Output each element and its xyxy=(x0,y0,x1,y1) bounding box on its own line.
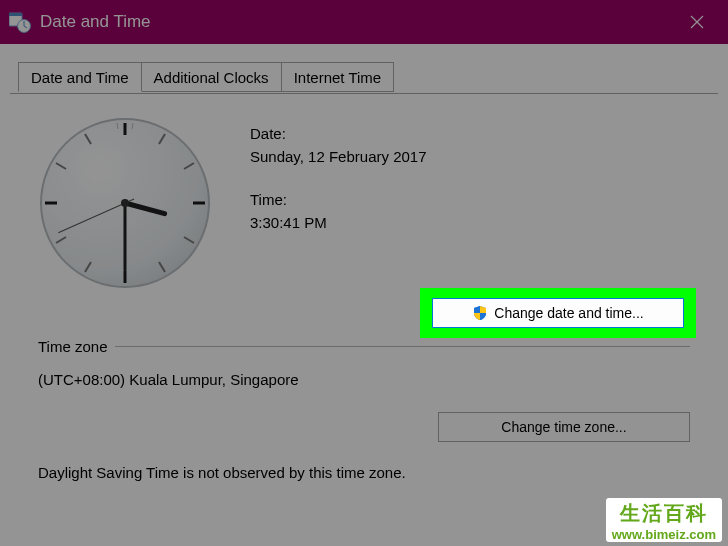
svg-point-21 xyxy=(121,199,129,207)
change-date-time-button[interactable]: Change date and time... xyxy=(432,298,684,328)
dst-note: Daylight Saving Time is not observed by … xyxy=(38,464,690,481)
window-title: Date and Time xyxy=(40,12,151,32)
watermark-domain: www.bimeiz.com xyxy=(612,527,716,542)
change-date-time-label: Change date and time... xyxy=(494,305,643,321)
watermark-text: 生活百科 xyxy=(620,500,708,527)
time-value: 3:30:41 PM xyxy=(250,213,427,233)
group-divider xyxy=(115,346,690,347)
titlebar: Date and Time xyxy=(0,0,728,44)
svg-rect-1 xyxy=(9,13,22,16)
change-time-zone-button[interactable]: Change time zone... xyxy=(438,412,690,442)
uac-shield-icon xyxy=(472,305,488,321)
time-zone-group-label: Time zone xyxy=(38,338,107,355)
time-zone-value: (UTC+08:00) Kuala Lumpur, Singapore xyxy=(38,371,690,388)
watermark: 生活百科 www.bimeiz.com xyxy=(606,498,722,542)
tab-internet-time[interactable]: Internet Time xyxy=(282,62,395,92)
date-time-icon xyxy=(8,10,32,34)
date-value: Sunday, 12 February 2017 xyxy=(250,147,427,167)
time-label: Time: xyxy=(250,190,427,210)
tab-date-and-time[interactable]: Date and Time xyxy=(18,62,142,92)
analog-clock xyxy=(38,116,212,290)
tutorial-highlight: Change date and time... xyxy=(420,288,696,338)
tab-additional-clocks[interactable]: Additional Clocks xyxy=(142,62,282,92)
tab-strip: Date and Time Additional Clocks Internet… xyxy=(18,62,722,92)
close-button[interactable] xyxy=(674,0,720,44)
date-label: Date: xyxy=(250,124,427,144)
